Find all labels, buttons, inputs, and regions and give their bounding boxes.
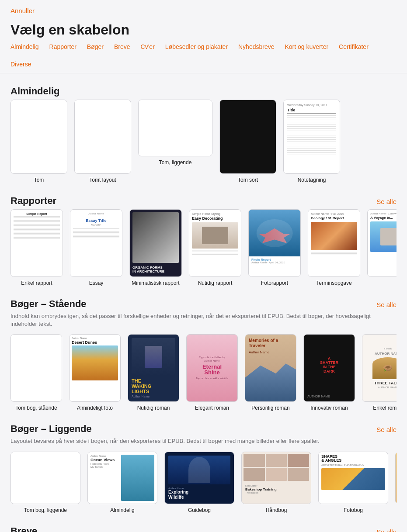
template-thumb-fotorapport: Photo Report Author Name · April 04, 202… bbox=[248, 209, 301, 277]
template-label-tom: Tom bbox=[34, 177, 44, 183]
template-fotorapport[interactable]: Photo Report Author Name · April 04, 202… bbox=[248, 209, 301, 286]
template-terminsopgave[interactable]: Author Name · Fall 2019 Geology 101 Repo… bbox=[308, 209, 360, 286]
nav-tab-nyhedsbreve[interactable]: Nyhedsbreve bbox=[238, 43, 275, 50]
template-label-liggende-almindelig: Almindelig bbox=[110, 507, 134, 513]
template-label-terminsopgave: Terminsopgave bbox=[316, 280, 351, 286]
template-thumb-tomt-layout bbox=[74, 100, 131, 174]
nav-tab-almindelig[interactable]: Almindelig bbox=[10, 43, 39, 50]
template-essay[interactable]: Author Name Essay Title Subtitle Essay bbox=[70, 209, 122, 286]
template-thumb-tom-bog-liggende bbox=[10, 452, 80, 504]
template-tom-sort[interactable]: Tom sort bbox=[219, 100, 276, 183]
template-fotobog[interactable]: SHAPES& ANGLES ARCHITECTURAL PHOTOGRAPHY… bbox=[318, 452, 388, 513]
section-title-boeger-liggende: Bøger – Liggende bbox=[10, 423, 92, 435]
template-thumb-tom-sort bbox=[219, 100, 276, 174]
template-thumb-personlig-roman: Memories of a Traveler Author Name bbox=[245, 334, 296, 402]
template-label-nutidig-roman: Nutidig roman bbox=[137, 405, 170, 411]
template-thumb-tom-liggende bbox=[138, 100, 212, 156]
section-breve: Breve Se alle Sender Name Creative Name bbox=[10, 525, 397, 532]
section-almindelig: Almindelig Tom Tomt layout bbox=[10, 86, 397, 183]
section-boeger-staaende: Bøger – Stående Se alle Indhold kan ombr… bbox=[10, 298, 397, 411]
template-label-enkel-roman: Enkel roman bbox=[373, 405, 397, 411]
template-label-nutidig-rapport: Nutidig rapport bbox=[198, 280, 233, 286]
template-thumb-guidebog: Author Name ExploringWildlife bbox=[164, 452, 234, 504]
template-liggende-almindelig[interactable]: Author Name Ocean Views Highlights From … bbox=[87, 452, 157, 513]
template-label-tom-bog-staaende: Tom bog, stående bbox=[15, 405, 57, 411]
template-label-tomt-layout: Tomt layout bbox=[89, 177, 116, 183]
template-guidebog[interactable]: Author Name ExploringWildlife Guidebog bbox=[164, 452, 234, 513]
see-all-boeger-staaende[interactable]: Se alle bbox=[376, 301, 397, 308]
template-label-tom-sort: Tom sort bbox=[238, 177, 258, 183]
section-header-boeger-staaende: Bøger – Stående Se alle bbox=[10, 298, 397, 310]
template-thumb-elegant-roman: Tęporchi traddelbochy Author Name Eterna… bbox=[186, 334, 238, 402]
template-label-enkel-rapport: Enkel rapport bbox=[21, 280, 52, 286]
template-thumb-nutidig-rapport: Simple Home Styling Easy Decorating bbox=[189, 209, 241, 277]
template-enkel-rapport[interactable]: Simple Report Enkel rapport bbox=[10, 209, 63, 286]
template-label-guidebog: Guidebog bbox=[188, 507, 211, 513]
template-haandbog[interactable]: Kim Editor Bakeshop Training The Basics … bbox=[241, 452, 311, 513]
nav-tab-boeger[interactable]: Bøger bbox=[87, 43, 104, 50]
nav-tab-certifikater[interactable]: Certifikater bbox=[339, 43, 369, 50]
template-minimalistisk[interactable]: ORGANIC FORMSIN ARCHITECTURE Minimalisti… bbox=[129, 209, 182, 286]
template-tomt-layout[interactable]: Tomt layout bbox=[74, 100, 131, 183]
section-title-breve: Breve bbox=[10, 525, 37, 532]
template-tom-bog-staaende[interactable]: Tom bog, stående bbox=[10, 334, 62, 411]
template-elegant-roman[interactable]: Tęporchi traddelbochy Author Name Eterna… bbox=[186, 334, 238, 411]
template-innovativ-roman[interactable]: ASHATTERIN THEDARK AUTHOR NAME Innovativ… bbox=[303, 334, 355, 411]
cancel-button[interactable]: Annuller bbox=[10, 7, 35, 14]
template-thumb-enkel-rapport: Simple Report bbox=[10, 209, 63, 277]
nav-tab-diverse[interactable]: Diverse bbox=[10, 61, 31, 68]
template-thumb-tom bbox=[10, 100, 67, 174]
section-title-rapporter: Rapporter bbox=[10, 195, 56, 207]
section-title-almindelig: Almindelig bbox=[10, 86, 59, 97]
template-thumb-innovativ-roman: ASHATTERIN THEDARK AUTHOR NAME bbox=[303, 334, 355, 402]
see-all-boeger-liggende[interactable]: Se alle bbox=[376, 426, 397, 433]
nav-tab-kort[interactable]: Kort og kuverter bbox=[285, 43, 329, 50]
template-nutidig-rapport[interactable]: Simple Home Styling Easy Decorating Nuti… bbox=[189, 209, 241, 286]
template-label-notetagning: Notetagning bbox=[298, 177, 326, 183]
nav-tab-breve[interactable]: Breve bbox=[114, 43, 130, 50]
template-skole[interactable]: Author Name · Classwork 2019 A Voyage to… bbox=[367, 209, 397, 286]
template-personlig-roman[interactable]: Memories of a Traveler Author Name Perso… bbox=[245, 334, 296, 411]
template-thumb-tom-bog-staaende bbox=[10, 334, 62, 402]
templates-row-almindelig: Tom Tomt layout Tom, liggende bbox=[10, 100, 397, 183]
template-thumb-enkel-roman: a book AUTHOR NAME 🪹 THREE TALES AUTHOR … bbox=[362, 334, 397, 402]
content-area: Almindelig Tom Tomt layout bbox=[0, 86, 407, 532]
section-header-almindelig: Almindelig bbox=[10, 86, 397, 97]
template-label-personlig-roman: Personlig roman bbox=[251, 405, 289, 411]
nav-tab-cver[interactable]: Cv'er bbox=[141, 43, 155, 50]
nav-tab-lobesedler[interactable]: Løbesedler og plakater bbox=[165, 43, 228, 50]
template-thumb-notetagning: Wednesday Sunday 18, 2011 Title bbox=[283, 100, 340, 174]
template-label-tom-liggende: Tom, liggende bbox=[159, 159, 192, 166]
template-nutidig-roman[interactable]: THEWAKINGLIGHTS Author Name Nutidig roma… bbox=[128, 334, 179, 411]
section-subtitle-boeger-liggende: Layoutet bevares på hver side i bogen, n… bbox=[10, 437, 397, 445]
template-almindeligt-foto[interactable]: Author Name Desert Dunes Almindeligt fot… bbox=[69, 334, 121, 411]
template-thumb-liggende-almindelig: Author Name Ocean Views Highlights From … bbox=[87, 452, 157, 504]
template-label-minimalistisk: Minimalistisk rapport bbox=[132, 280, 179, 286]
section-rapporter: Rapporter Se alle Simple Report Enkel r bbox=[10, 195, 397, 286]
template-thumb-nutidig-roman: THEWAKINGLIGHTS Author Name bbox=[128, 334, 179, 402]
see-all-breve[interactable]: Se alle bbox=[376, 528, 397, 532]
template-enkel-roman[interactable]: a book AUTHOR NAME 🪹 THREE TALES AUTHOR … bbox=[362, 334, 397, 411]
templates-row-rapporter: Simple Report Enkel rapport Author Name bbox=[10, 209, 397, 286]
section-header-breve: Breve Se alle bbox=[10, 525, 397, 532]
nav-tab-rapporter[interactable]: Rapporter bbox=[49, 43, 77, 50]
template-label-essay: Essay bbox=[89, 280, 104, 286]
template-thumb-almindeligt-foto: Author Name Desert Dunes bbox=[69, 334, 121, 402]
template-tom[interactable]: Tom bbox=[10, 100, 67, 183]
template-more-liggende[interactable]: Story St. Ra... bbox=[395, 452, 397, 513]
template-notetagning[interactable]: Wednesday Sunday 18, 2011 Title bbox=[283, 100, 340, 183]
template-label-fotorapport: Fotorapport bbox=[261, 280, 288, 286]
template-thumb-fotobog: SHAPES& ANGLES ARCHITECTURAL PHOTOGRAPHY bbox=[318, 452, 388, 504]
section-header-rapporter: Rapporter Se alle bbox=[10, 195, 397, 207]
template-label-haandbog: Håndbog bbox=[266, 507, 287, 513]
section-title-boeger-staaende: Bøger – Stående bbox=[10, 298, 87, 310]
templates-row-boeger-liggende: Tom bog, liggende Author Name Ocean View… bbox=[10, 452, 397, 513]
see-all-rapporter[interactable]: Se alle bbox=[376, 198, 397, 205]
template-label-fotobog: Fotobog bbox=[344, 507, 363, 513]
page-title: Vælg en skabelon bbox=[0, 18, 407, 43]
template-tom-liggende[interactable]: Tom, liggende bbox=[138, 100, 212, 183]
template-thumb-essay: Author Name Essay Title Subtitle bbox=[70, 209, 122, 277]
template-tom-bog-liggende[interactable]: Tom bog, liggende bbox=[10, 452, 80, 513]
template-label-elegant-roman: Elegant roman bbox=[195, 405, 229, 411]
section-subtitle-boeger-staaende: Indhold kan ombrydes igen, så det passer… bbox=[10, 312, 397, 328]
